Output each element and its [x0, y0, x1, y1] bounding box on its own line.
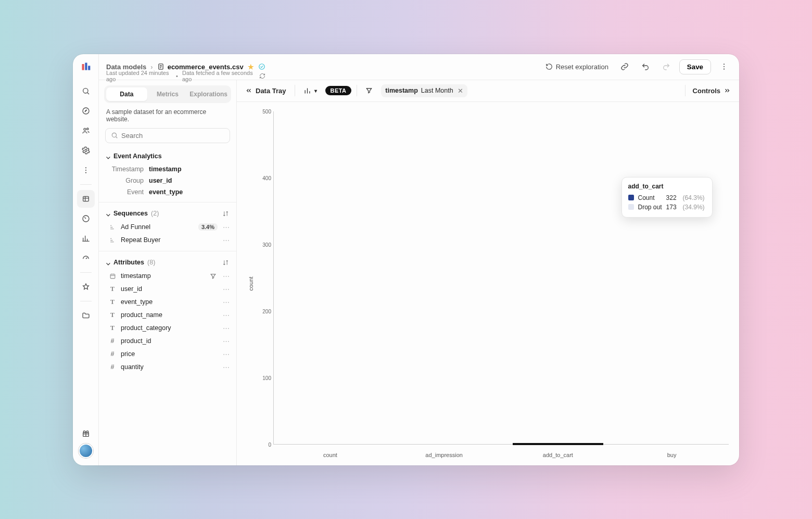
gauge-icon[interactable] [77, 210, 95, 227]
link-icon[interactable] [617, 59, 632, 74]
side-tabbar: Data Metrics Explorations [104, 85, 231, 103]
chart-type-button[interactable]: ▾ [300, 85, 320, 97]
more-icon[interactable] [77, 161, 95, 179]
chevron-down-icon: ⌵ [106, 153, 110, 160]
reset-exploration-button[interactable]: Reset exploration [542, 61, 612, 73]
attribute-timestamp[interactable]: timestamp⋯ [101, 270, 234, 283]
users-icon[interactable] [77, 122, 95, 140]
y-tick: 500 [262, 108, 271, 114]
section-attributes[interactable]: ⌵ Attributes (8) [99, 256, 236, 270]
row-menu-icon[interactable]: ⋯ [222, 337, 230, 345]
hash-icon: # [108, 350, 117, 358]
user-avatar[interactable] [79, 444, 93, 458]
attribute-product_id[interactable]: #product_id⋯ [101, 335, 234, 348]
plot-area [273, 111, 729, 445]
row-menu-icon[interactable]: ⋯ [222, 223, 230, 231]
calendar-icon [108, 273, 117, 280]
attribute-product_name[interactable]: Tproduct_name⋯ [101, 309, 234, 322]
svg-point-17 [724, 66, 725, 67]
left-rail [73, 54, 99, 465]
section-event-analytics[interactable]: ⌵ Event Analytics [99, 149, 236, 163]
undo-icon[interactable] [638, 59, 653, 74]
svg-point-7 [85, 149, 87, 151]
row-menu-icon[interactable]: ⋯ [222, 285, 230, 293]
y-tick: 0 [268, 441, 271, 447]
canvas: Data Tray ▾ BETA timestamp Last Month [237, 80, 739, 465]
kebab-icon[interactable] [716, 59, 732, 74]
last-updated-label: Last updated 24 minutes ago [106, 70, 172, 82]
svg-rect-11 [83, 196, 88, 201]
sequence-ad-funnel[interactable]: Ad Funnel 3.4% ⋯ [101, 221, 234, 234]
filter-button[interactable] [362, 85, 376, 96]
tooltip-row: Count322(64.3%) [628, 193, 705, 202]
y-tick: 300 [262, 242, 271, 247]
chevron-down-icon: ⌵ [106, 210, 110, 218]
sort-icon[interactable] [222, 210, 229, 217]
gift-icon[interactable] [77, 425, 95, 442]
settings-icon[interactable] [77, 142, 95, 159]
filter-chip[interactable]: timestamp Last Month ✕ [381, 84, 467, 97]
bar-chart-icon[interactable] [77, 230, 95, 247]
svg-point-3 [83, 88, 87, 93]
search-input[interactable] [121, 132, 224, 140]
refresh-icon[interactable] [259, 73, 265, 79]
canvas-toolbar: Data Tray ▾ BETA timestamp Last Month [237, 80, 739, 102]
attribute-user_id[interactable]: Tuser_id⋯ [101, 283, 234, 296]
steps-icon [108, 237, 117, 244]
hash-icon: # [108, 337, 117, 345]
speed-icon[interactable] [77, 249, 95, 267]
chip-remove-icon[interactable]: ✕ [458, 87, 463, 95]
save-button[interactable]: Save [679, 59, 711, 74]
tab-metrics[interactable]: Metrics [147, 87, 188, 101]
folder-icon[interactable] [77, 307, 95, 324]
chevrons-right-icon [724, 87, 731, 94]
star-icon[interactable] [77, 278, 95, 296]
side-search[interactable] [105, 128, 230, 143]
row-menu-icon[interactable]: ⋯ [222, 236, 230, 244]
compass-icon[interactable] [77, 102, 95, 120]
tooltip-row: Drop out173(34.9%) [628, 202, 705, 212]
chevrons-left-icon [245, 87, 252, 94]
attribute-price[interactable]: #price⋯ [101, 348, 234, 361]
steps-icon [108, 224, 117, 231]
controls-button[interactable]: Controls [690, 85, 734, 97]
filter-icon[interactable] [210, 273, 217, 280]
tab-explorations[interactable]: Explorations [188, 87, 229, 101]
svg-rect-2 [88, 66, 90, 70]
svg-point-9 [85, 169, 86, 170]
chart-tooltip: add_to_cart Count322(64.3%)Drop out173(3… [621, 177, 713, 218]
table-icon[interactable] [77, 190, 95, 208]
attribute-quantity[interactable]: #quantity⋯ [101, 361, 234, 374]
data-tray-button[interactable]: Data Tray [242, 85, 289, 97]
redo-icon [658, 59, 674, 74]
row-menu-icon[interactable]: ⋯ [222, 298, 230, 306]
svg-rect-20 [110, 274, 115, 278]
main-area: Data models › ecommerce_events.csv ★ Las… [99, 54, 739, 465]
x-tick: count [273, 452, 387, 458]
row-menu-icon[interactable]: ⋯ [222, 324, 230, 332]
text-icon: T [108, 311, 117, 319]
header: Data models › ecommerce_events.csv ★ Las… [99, 54, 739, 80]
row-menu-icon[interactable]: ⋯ [222, 350, 230, 358]
sequence-repeat-buyer[interactable]: Repeat Buyer ⋯ [101, 234, 234, 247]
row-menu-icon[interactable]: ⋯ [222, 311, 230, 319]
chart[interactable]: count 0100200300400500 countad_impressio… [237, 102, 739, 465]
y-tick: 200 [262, 308, 271, 314]
section-sequences[interactable]: ⌵ Sequences (2) [99, 207, 236, 221]
row-menu-icon[interactable]: ⋯ [222, 363, 230, 371]
sort-icon[interactable] [222, 259, 229, 266]
chevron-down-icon: ▾ [314, 88, 317, 94]
search-icon[interactable] [77, 82, 95, 100]
row-menu-icon[interactable]: ⋯ [222, 272, 230, 280]
attribute-event_type[interactable]: Tevent_type⋯ [101, 296, 234, 309]
ea-row-event: Eventevent_type [99, 186, 236, 198]
svg-point-5 [84, 128, 86, 130]
svg-point-15 [259, 64, 264, 70]
attribute-product_category[interactable]: Tproduct_category⋯ [101, 322, 234, 335]
tab-data[interactable]: Data [106, 87, 147, 101]
svg-point-8 [85, 167, 86, 168]
x-tick: add_to_cart [501, 452, 615, 458]
svg-point-18 [724, 69, 725, 70]
svg-point-19 [112, 133, 116, 137]
bar-chart-icon [303, 87, 311, 95]
